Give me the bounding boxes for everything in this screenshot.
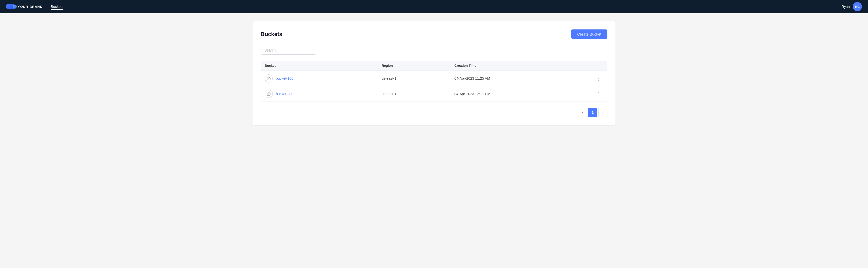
bucket-icon [265, 74, 273, 82]
table-row: bucket-100 us-east-104-Apr-2023 11:25 AM… [260, 71, 608, 86]
bucket-more-button[interactable]: ⋮ [594, 90, 603, 98]
bucket-actions-cell: ⋮ [590, 86, 608, 102]
bucket-creation-time-cell: 04-Apr-2023 11:25 AM [450, 71, 590, 86]
pagination-prev-button[interactable]: ‹ [578, 108, 587, 117]
svg-point-1 [269, 78, 269, 79]
col-header-creation-time: Creation Time [450, 61, 590, 71]
bucket-cell: bucket-100 [265, 74, 373, 82]
bucket-icon [265, 90, 273, 98]
search-input[interactable] [260, 46, 316, 55]
buckets-table: Bucket Region Creation Time bucket-100 [260, 61, 608, 102]
bucket-region-cell: us-east-1 [377, 71, 450, 86]
navbar-left: YOUR BRAND Buckets [6, 4, 63, 10]
bucket-link[interactable]: bucket-100 [276, 76, 293, 80]
pagination-next-button[interactable]: › [598, 108, 608, 117]
svg-point-3 [269, 94, 269, 95]
navbar-right: Ryan RC [841, 2, 862, 11]
brand-name: YOUR BRAND [18, 5, 42, 9]
bucket-creation-time-cell: 04-Apr-2023 12:11 PM [450, 86, 590, 102]
bucket-actions-cell: ⋮ [590, 71, 608, 86]
pagination-page-1-button[interactable]: 1 [588, 108, 597, 117]
table-header: Bucket Region Creation Time [260, 61, 608, 71]
page-title: Buckets [260, 31, 282, 37]
col-header-actions [590, 61, 608, 71]
main-content: Buckets Create Bucket Bucket Region Crea… [246, 13, 622, 133]
table-header-row: Bucket Region Creation Time [260, 61, 608, 71]
table-row: bucket-200 us-east-104-Apr-2023 12:11 PM… [260, 86, 608, 102]
bucket-cell: bucket-200 [265, 90, 373, 98]
table-body: bucket-100 us-east-104-Apr-2023 11:25 AM… [260, 71, 608, 102]
pagination: ‹ 1 › [260, 108, 608, 117]
user-name: Ryan [841, 5, 850, 9]
brand: YOUR BRAND [6, 4, 42, 9]
search-bar [260, 46, 608, 55]
nav-link-buckets[interactable]: Buckets [51, 4, 63, 10]
create-bucket-button[interactable]: Create Bucket [571, 29, 608, 39]
bucket-link[interactable]: bucket-200 [276, 92, 293, 96]
navbar: YOUR BRAND Buckets Ryan RC [0, 0, 868, 13]
bucket-name-cell: bucket-100 [260, 71, 377, 86]
page-header: Buckets Create Bucket [260, 29, 608, 39]
brand-logo-icon [6, 4, 15, 9]
bucket-name-cell: bucket-200 [260, 86, 377, 102]
user-avatar[interactable]: RC [853, 2, 862, 11]
col-header-bucket: Bucket [260, 61, 377, 71]
bucket-region-cell: us-east-1 [377, 86, 450, 102]
col-header-region: Region [377, 61, 450, 71]
page-card: Buckets Create Bucket Bucket Region Crea… [252, 21, 616, 125]
bucket-more-button[interactable]: ⋮ [594, 75, 603, 82]
